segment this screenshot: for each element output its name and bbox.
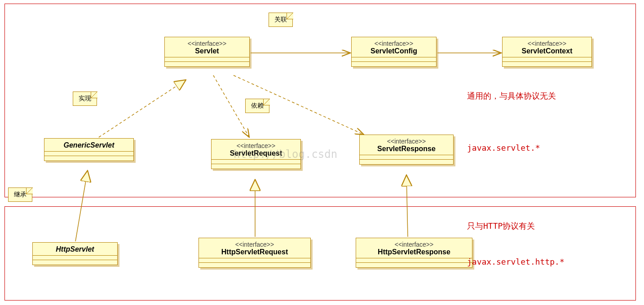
stereotype: <<interface>> xyxy=(364,138,449,145)
class-http-request: <<interface>> HttpServletRequest xyxy=(198,238,311,268)
note-inheritance: 继承 xyxy=(8,187,32,202)
stereotype: <<interface>> xyxy=(356,40,432,47)
stereotype: <<interface>> xyxy=(507,40,587,47)
class-servlet-response: <<interface>> ServletResponse xyxy=(359,135,454,165)
class-servlet-config: <<interface>> ServletConfig xyxy=(351,37,437,67)
class-name: Servlet xyxy=(169,47,245,55)
stereotype: <<interface>> xyxy=(361,241,468,248)
class-name: HttpServlet xyxy=(37,245,113,253)
stereotype: <<interface>> xyxy=(169,40,245,47)
red-text-3: 只与HTTP协议有关 xyxy=(467,220,602,232)
class-name: ServletConfig xyxy=(356,47,432,55)
note-association: 关联 xyxy=(269,13,293,27)
class-servlet-context: <<interface>> ServletContext xyxy=(502,37,592,67)
class-http-response: <<interface>> HttpServletResponse xyxy=(356,238,472,268)
class-http-servlet: HttpServlet xyxy=(32,242,118,265)
stereotype: <<interface>> xyxy=(203,241,306,248)
red-text-4: javax.servlet.http.* xyxy=(467,256,602,268)
class-generic-servlet: GenericServlet xyxy=(44,138,134,161)
class-name: HttpServletResponse xyxy=(361,248,468,256)
class-name: ServletContext xyxy=(507,47,587,55)
red-text-2: javax.servlet.* xyxy=(467,142,602,154)
class-name: GenericServlet xyxy=(49,141,129,149)
watermark: http://blog.csdn xyxy=(234,148,337,161)
class-servlet: <<interface>> Servlet xyxy=(164,37,250,67)
class-name: HttpServletRequest xyxy=(203,248,306,256)
note-realization: 实现 xyxy=(73,92,97,106)
note-dependency: 依赖 xyxy=(245,99,269,113)
red-text-1: 通用的，与具体协议无关 xyxy=(467,90,602,102)
class-name: ServletResponse xyxy=(364,145,449,153)
